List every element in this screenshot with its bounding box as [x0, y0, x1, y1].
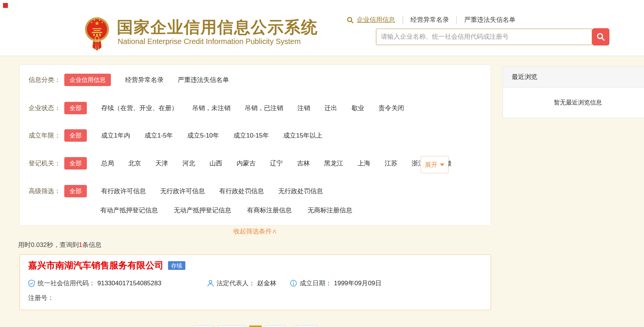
- pagination-item[interactable]: [193, 325, 214, 327]
- svg-text:★: ★: [91, 21, 93, 24]
- legal-rep-label: 法定代表人：: [217, 279, 255, 288]
- company-name-link[interactable]: 嘉兴市南湖汽车销售服务有限公司: [28, 259, 164, 271]
- filter-option[interactable]: 成立5-10年: [187, 131, 219, 140]
- expand-label: 展开: [425, 160, 438, 169]
- info-icon: [290, 280, 297, 287]
- filter-option[interactable]: 天津: [155, 159, 168, 168]
- pagination-current-page[interactable]: [249, 325, 262, 327]
- pagination-item[interactable]: [218, 325, 245, 327]
- corner-marker: [3, 3, 8, 8]
- filter-option[interactable]: 山西: [209, 159, 222, 168]
- search-button[interactable]: [592, 28, 609, 45]
- filter-option[interactable]: 内蒙古: [236, 159, 256, 168]
- filter-row-advanced: 高级筛选： 全部 有行政许可信息无行政许可信息有行政处罚信息无行政处罚信息: [29, 185, 323, 197]
- filter-row-advanced-2: 有动产抵押登记信息无动产抵押登记信息有商标注册信息无商标注册信息: [100, 206, 352, 215]
- search-bar: [376, 29, 610, 45]
- filter-label: 成立年限：: [29, 131, 64, 140]
- filter-option[interactable]: 无商标注册信息: [308, 206, 352, 215]
- filter-option[interactable]: 吊销，未注销: [192, 104, 230, 112]
- filter-option[interactable]: 辽宁: [270, 159, 283, 168]
- filter-option[interactable]: 有动产抵押登记信息: [100, 206, 158, 215]
- filter-option[interactable]: 江苏: [385, 159, 397, 168]
- est-date-item: 成立日期： 1999年09月09日: [290, 279, 382, 288]
- filter-label: 信息分类：: [29, 76, 64, 84]
- search-input[interactable]: [376, 29, 592, 45]
- filter-option[interactable]: 无行政许可信息: [160, 187, 205, 195]
- filter-selected-pill[interactable]: 全部: [64, 157, 87, 170]
- search-type-tab[interactable]: 经营异常名录: [403, 16, 456, 24]
- filter-row-age: 成立年限： 全部 成立1年内成立1-5年成立5-10年成立10-15年成立15年…: [29, 129, 322, 142]
- pagination-item[interactable]: [265, 325, 285, 327]
- filter-selected-pill[interactable]: 企业信用信息: [64, 74, 111, 86]
- filter-option[interactable]: 成立10-15年: [233, 131, 269, 140]
- site-title: 国家企业信用信息公示系统: [117, 17, 318, 38]
- filter-option[interactable]: 成立1-5年: [144, 131, 173, 140]
- filter-option[interactable]: 歇业: [352, 104, 364, 112]
- filter-option[interactable]: 吉林: [297, 159, 310, 168]
- national-emblem-logo: ★ ★ ★ ★ ★: [84, 16, 110, 50]
- summary-prefix: 用时0.032秒，查询到: [18, 241, 79, 248]
- caret-down-icon: [440, 164, 444, 166]
- filter-row-status: 企业状态： 全部 存续（在营、开业、在册）吊销，未注销吊销，已注销注销迁出歇业责…: [29, 102, 404, 114]
- reg-no-label: 注册号：: [28, 294, 54, 302]
- search-type-tabs: 企业信用信息经营异常名录严重违法失信名单: [347, 16, 523, 24]
- filter-option[interactable]: 北京: [128, 159, 141, 168]
- shield-icon: [28, 280, 35, 287]
- legal-rep-value: 赵金林: [257, 279, 276, 288]
- filter-option[interactable]: 责令关闭: [379, 104, 404, 112]
- est-date-value: 1999年09月09日: [334, 279, 382, 288]
- expand-button[interactable]: 展开: [421, 156, 449, 173]
- recent-views-empty-text: 暂无最近浏览信息: [503, 88, 644, 118]
- status-badge: 存续: [168, 261, 185, 270]
- svg-text:★: ★: [93, 19, 95, 21]
- header: ★ ★ ★ ★ ★ 国家企业信用信息公示系统 National Enterpri…: [0, 0, 644, 56]
- svg-text:★: ★: [101, 21, 103, 24]
- filter-option[interactable]: 注销: [297, 104, 310, 112]
- filter-panel: 信息分类： 企业信用信息 经营异常名录严重违法失信名单 企业状态： 全部 存续（…: [20, 65, 491, 226]
- legal-rep-item: 法定代表人： 赵金林: [207, 279, 276, 288]
- filter-selected-pill[interactable]: 全部: [64, 102, 87, 114]
- summary-suffix: 条信息: [82, 241, 102, 248]
- filter-option[interactable]: 成立1年内: [101, 131, 130, 140]
- filter-label: 企业状态：: [29, 104, 64, 112]
- filter-option[interactable]: 成立15年以上: [283, 131, 323, 140]
- filter-option[interactable]: 吊销，已注销: [245, 104, 283, 112]
- search-type-tab[interactable]: 严重违法失信名单: [456, 16, 523, 24]
- credit-code-item: 统一社会信用代码： 913304017154085283: [28, 279, 161, 288]
- filter-label: 高级筛选：: [29, 187, 64, 195]
- recent-views-title: 最近浏览: [503, 67, 644, 88]
- search-type-tab[interactable]: 企业信用信息: [357, 16, 403, 24]
- search-button-icon: [596, 32, 605, 41]
- filter-option[interactable]: 存续（在营、开业、在册）: [101, 104, 178, 112]
- search-icon: [347, 17, 354, 24]
- filter-option[interactable]: 总局: [101, 159, 114, 168]
- person-icon: [207, 280, 214, 287]
- page: ★ ★ ★ ★ ★ 国家企业信用信息公示系统 National Enterpri…: [0, 0, 644, 327]
- filter-selected-pill[interactable]: 全部: [64, 129, 87, 142]
- company-title-line: 嘉兴市南湖汽车销售服务有限公司 存续: [28, 259, 185, 271]
- filter-option[interactable]: 无动产抵押登记信息: [174, 206, 231, 215]
- filter-option[interactable]: 严重违法失信名单: [178, 76, 229, 84]
- pagination-item[interactable]: [296, 325, 317, 327]
- filter-selected-pill[interactable]: 全部: [64, 185, 87, 197]
- result-summary: 用时0.032秒，查询到1条信息: [18, 241, 102, 249]
- filter-option[interactable]: 上海: [358, 159, 370, 168]
- filter-option[interactable]: 河北: [182, 159, 195, 168]
- company-result-card: 嘉兴市南湖汽车销售服务有限公司 存续 统一社会信用代码： 91330401715…: [20, 254, 491, 310]
- credit-code-label: 统一社会信用代码：: [38, 279, 95, 288]
- filter-option[interactable]: 迁出: [324, 104, 337, 112]
- recent-views-panel: 最近浏览 暂无最近浏览信息: [503, 67, 644, 118]
- filter-option[interactable]: 有商标注册信息: [247, 206, 292, 215]
- filter-option[interactable]: 有行政许可信息: [101, 187, 146, 195]
- credit-code-value: 913304017154085283: [97, 280, 161, 287]
- filter-option[interactable]: 经营异常名录: [125, 76, 164, 84]
- filter-row-authority: 登记机关： 全部 总局北京天津河北山西内蒙古辽宁吉林黑龙江上海江苏浙江安徽: [29, 157, 452, 170]
- est-date-label: 成立日期：: [300, 279, 332, 288]
- collapse-filters-link[interactable]: 收起筛选条件∧: [20, 227, 491, 236]
- filter-option[interactable]: 无行政处罚信息: [278, 187, 323, 195]
- svg-text:★: ★: [98, 19, 101, 21]
- site-subtitle: National Enterprise Credit Information P…: [118, 37, 301, 46]
- filter-row-category: 信息分类： 企业信用信息 经营异常名录严重违法失信名单: [29, 74, 229, 86]
- filter-option[interactable]: 黑龙江: [324, 159, 343, 168]
- filter-option[interactable]: 有行政处罚信息: [219, 187, 264, 195]
